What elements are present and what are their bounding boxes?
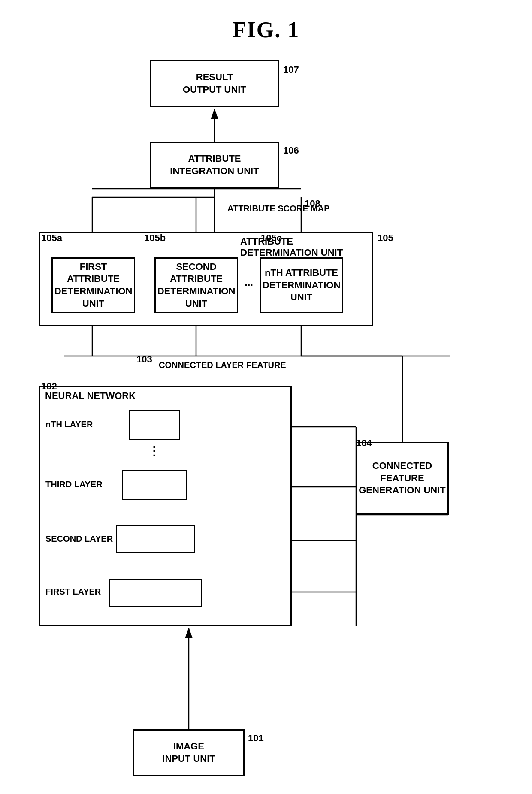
attr-determination-title: ATTRIBUTEDETERMINATION UNIT <box>240 236 343 258</box>
ref-105: 105 <box>378 232 393 244</box>
connected-feature-label: CONNECTEDFEATUREGENERATION UNIT <box>359 460 445 497</box>
connected-feature-generation-unit: CONNECTEDFEATUREGENERATION UNIT <box>356 442 448 515</box>
ref-104: 104 <box>356 438 372 449</box>
nth-attr-label: nTH ATTRIBUTEDETERMINATIONUNIT <box>263 267 341 304</box>
ref-102: 102 <box>41 381 57 392</box>
attr-integration-label: ATTRIBUTEINTEGRATION UNIT <box>170 153 259 177</box>
ellipsis-dots: ··· <box>245 279 253 291</box>
second-layer-box <box>116 525 195 553</box>
second-attribute-determination-unit: SECOND ATTRIBUTEDETERMINATIONUNIT <box>154 257 238 313</box>
nn-dots: ⋮ <box>148 444 160 458</box>
ref-108: 108 <box>305 198 320 209</box>
nth-layer-label: nTH LAYER <box>45 420 93 429</box>
nth-attribute-determination-unit: nTH ATTRIBUTEDETERMINATIONUNIT <box>260 257 343 313</box>
first-layer-label: FIRST LAYER <box>45 587 101 597</box>
third-layer-label: THIRD LAYER <box>45 480 103 489</box>
image-input-label: IMAGEINPUT UNIT <box>162 740 215 765</box>
ref-101: 101 <box>248 733 264 744</box>
ref-103: 103 <box>136 354 152 365</box>
ref-105b: 105b <box>144 232 166 244</box>
second-attr-label: SECOND ATTRIBUTEDETERMINATIONUNIT <box>156 261 237 310</box>
result-output-label: RESULTOUTPUT UNIT <box>183 71 246 96</box>
ref-106: 106 <box>283 145 299 156</box>
attribute-integration-unit: ATTRIBUTEINTEGRATION UNIT <box>150 142 279 189</box>
third-layer-box <box>122 470 187 500</box>
page-title: FIG. 1 <box>0 0 532 42</box>
ref-107: 107 <box>283 64 299 75</box>
ref-105a: 105a <box>41 232 62 244</box>
first-attr-label: FIRST ATTRIBUTEDETERMINATIONUNIT <box>53 261 134 310</box>
first-attribute-determination-unit: FIRST ATTRIBUTEDETERMINATIONUNIT <box>51 257 135 313</box>
first-layer-box <box>109 579 202 607</box>
connected-layer-feature-label: CONNECTED LAYER FEATURE <box>159 360 286 370</box>
nth-layer-box <box>129 410 180 440</box>
neural-network-title: NEURAL NETWORK <box>45 390 136 402</box>
second-layer-label: SECOND LAYER <box>45 534 113 544</box>
ref-105c: 105c <box>261 232 282 244</box>
result-output-unit: RESULTOUTPUT UNIT <box>150 60 279 107</box>
image-input-unit: IMAGEINPUT UNIT <box>133 729 245 776</box>
